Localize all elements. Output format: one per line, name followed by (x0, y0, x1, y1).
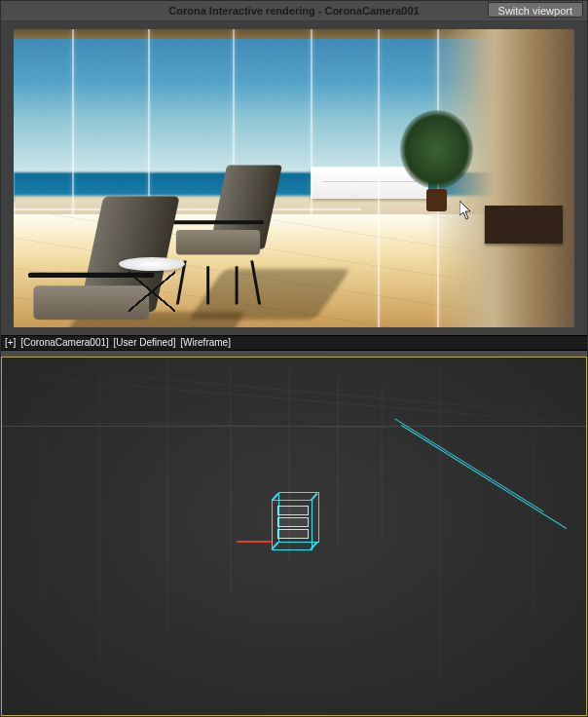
viewport-viewtype-label[interactable]: [User Defined] (114, 337, 176, 348)
render-view-container (1, 21, 587, 335)
render-mullion (72, 29, 74, 214)
window-title: Corona Interactive rendering - CoronaCam… (168, 5, 419, 17)
titlebar: Corona Interactive rendering - CoronaCam… (1, 1, 587, 21)
viewport-maximize-toggle[interactable]: [+] (5, 337, 16, 348)
gizmo-axis-x (237, 541, 272, 543)
render-mullion (378, 29, 380, 327)
render-mullion (148, 29, 150, 214)
render-plant (400, 110, 473, 211)
selected-object-gizmo[interactable] (264, 492, 322, 558)
render-tv-stand (485, 206, 564, 245)
wireframe-viewport[interactable] (1, 357, 587, 716)
viewport-camera-label[interactable]: [CoronaCamera001] (20, 337, 109, 348)
app-window: Corona Interactive rendering - CoronaCam… (0, 0, 588, 717)
interactive-render-view[interactable] (14, 29, 574, 327)
render-mullion (311, 29, 312, 214)
wire-horizon (2, 426, 586, 427)
viewport-shading-label[interactable]: [Wireframe] (180, 337, 231, 348)
render-side-table (119, 257, 185, 320)
viewport-label-bar[interactable]: [+] [CoronaCamera001] [User Defined] [Wi… (1, 335, 587, 351)
switch-viewport-button[interactable]: Switch viewport (488, 2, 583, 18)
